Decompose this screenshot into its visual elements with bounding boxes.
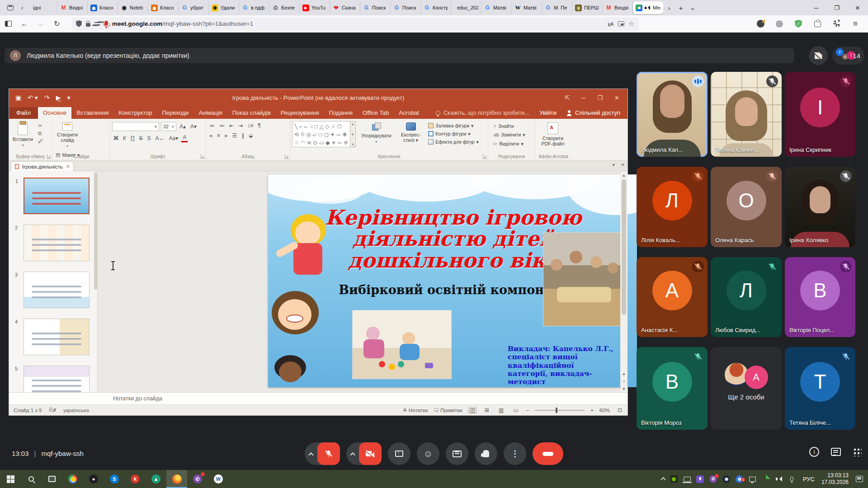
browser-tab[interactable]: educ_202 xyxy=(451,1,481,14)
line-spacing-icon[interactable]: ↕≡ xyxy=(246,122,255,129)
participant-tile[interactable]: ІІрина Скрипник xyxy=(785,72,855,157)
browser-tab[interactable]: MВходя xyxy=(603,1,633,14)
mic-app-tray-icon[interactable]: 🎙 xyxy=(696,475,704,483)
bold-icon[interactable]: Ж xyxy=(112,135,120,142)
browser-tab[interactable]: WМатві xyxy=(512,1,542,14)
ppt-tab-конструктор[interactable]: Конструктор xyxy=(113,107,157,119)
sign-in-button[interactable]: Увійти xyxy=(539,109,557,116)
extensions-grid-icon[interactable] xyxy=(829,18,844,30)
picture-in-picture-icon[interactable] xyxy=(618,21,624,26)
camera-toggle-button[interactable] xyxy=(359,442,382,465)
language-indicator[interactable]: українська xyxy=(63,408,89,413)
strikethrough-icon[interactable]: S xyxy=(138,135,144,142)
justify-icon[interactable]: ☰ xyxy=(231,132,239,139)
participant-tile[interactable]: ЛЛюбов Свирид... xyxy=(711,257,782,337)
reload-button[interactable]: ↻ xyxy=(50,18,64,30)
paste-button[interactable]: Вставити▾ xyxy=(11,121,35,150)
document-tab-close-icon[interactable]: ✕ xyxy=(66,164,70,169)
participant-tile[interactable]: ООлена Карась xyxy=(711,167,782,247)
forward-button[interactable]: → xyxy=(33,18,48,30)
browser-tab[interactable]: ❤Скача xyxy=(330,1,360,14)
reading-view-button[interactable]: ▥ xyxy=(497,407,505,414)
browser-tab[interactable]: Gв пдф xyxy=(239,1,269,14)
thumbnail-scrollbar[interactable] xyxy=(94,172,97,290)
participant-tile[interactable]: ТТетяна Біліче... xyxy=(785,347,855,430)
taskbar-app-blue[interactable]: S xyxy=(104,470,125,488)
activities-grid-icon[interactable] xyxy=(853,447,862,456)
tab-scroll-left-button[interactable]: ‹ xyxy=(17,4,27,11)
notification-center-icon[interactable] xyxy=(855,475,863,483)
translate-icon[interactable]: ꭓA xyxy=(608,21,613,27)
viber-tray-icon[interactable]: ✆ xyxy=(709,475,717,483)
align-left-icon[interactable]: ⫷ xyxy=(208,132,214,139)
zoom-level[interactable]: 60% xyxy=(599,408,610,413)
mic-off-options-chevron[interactable] xyxy=(305,452,317,455)
slide-scrollbar[interactable]: ▲ ▲ ▪ ▼ xyxy=(620,171,627,392)
network-tray-icon[interactable] xyxy=(749,475,757,483)
notes-toggle[interactable]: ≜ Нотатки xyxy=(403,407,428,413)
previous-slide-button[interactable]: ▲ xyxy=(622,371,626,376)
scrollbar-splitter[interactable]: ▪ xyxy=(623,379,624,384)
browser-tab[interactable]: Мее xyxy=(633,1,663,14)
bookmark-star-icon[interactable]: ☆ xyxy=(628,20,634,28)
tab-speaker-icon[interactable] xyxy=(645,5,651,10)
present-button[interactable] xyxy=(388,442,410,465)
copy-icon[interactable]: ⧉ xyxy=(38,131,43,136)
find-button[interactable]: ⌕Знайти xyxy=(494,123,525,129)
taskbar-app-red[interactable]: К xyxy=(125,470,146,488)
taskbar-clock[interactable]: 13:03:13 17.03.2026 xyxy=(821,472,849,486)
paragraph-dialog-launcher[interactable] xyxy=(285,155,289,159)
tracking-shield-icon[interactable] xyxy=(76,20,82,27)
ribbon-display-options-icon[interactable]: ⇱ xyxy=(565,94,570,101)
slide-canvas[interactable]: Керівництво ігровою діяльністю дітей дош… xyxy=(268,174,637,387)
raise-hand-button[interactable] xyxy=(475,442,497,465)
numbering-icon[interactable]: ≕ xyxy=(218,122,226,129)
language-indicator[interactable]: РУС xyxy=(803,476,815,483)
reactions-button[interactable]: ☺ xyxy=(417,442,439,465)
taskbar-app-green[interactable]: ▲ xyxy=(146,470,166,488)
shape-effects-button[interactable]: Ефекти для фігур ▾ xyxy=(428,139,479,145)
laptop-tray-icon[interactable] xyxy=(683,475,691,483)
columns-icon[interactable]: ∥ xyxy=(240,132,245,139)
shrink-font-icon[interactable]: A▾ xyxy=(189,123,198,130)
more-button[interactable]: ⋮ xyxy=(504,442,526,465)
scrollbar-thumb[interactable] xyxy=(622,179,626,315)
font-size-box[interactable]: 32▾ xyxy=(161,122,176,131)
browser-tab[interactable]: GМ. Пе xyxy=(542,1,572,14)
change-case-icon[interactable]: Aa▾ xyxy=(168,135,180,142)
ghostery-icon[interactable] xyxy=(753,18,768,30)
start-slideshow-icon[interactable]: ▶̲ xyxy=(56,94,61,101)
ppt-tab-переходи[interactable]: Переходи xyxy=(157,107,193,119)
browser-tab[interactable]: GПоиск xyxy=(360,1,391,14)
new-tab-button[interactable]: + xyxy=(675,4,687,12)
puzzle-extension-icon[interactable] xyxy=(810,18,825,30)
format-painter-icon[interactable]: 🖉 xyxy=(38,138,43,144)
browser-tab[interactable]: GПоиск xyxy=(391,1,421,14)
browser-tab[interactable]: ◉Noteb xyxy=(118,1,148,14)
taskbar-app-dark[interactable]: ● xyxy=(83,470,104,488)
text-direction-icon[interactable]: ¶ xyxy=(256,122,262,129)
participant-tile[interactable]: Ірина Холявко xyxy=(785,167,855,247)
zoom-slider[interactable] xyxy=(535,410,585,411)
ppt-tab-рецензування[interactable]: Рецензування xyxy=(276,107,324,119)
bullets-icon[interactable]: ≔ xyxy=(208,122,216,129)
scroll-up-icon[interactable]: ▲ xyxy=(620,171,627,178)
ppt-tab-файл[interactable]: Файл xyxy=(9,107,38,119)
shapes-gallery[interactable]: ╲ ⌐ ⌙ ○ □ △ ◇ ☆ ⬠ ⟲ ⟐ ◎ ▱ ⬭ ◻ ✦ ⇨ ❋ ☆ ◠ … xyxy=(292,121,350,147)
drawing-dialog-launcher[interactable] xyxy=(483,155,487,159)
slideshow-view-button[interactable]: ▭ xyxy=(511,407,520,414)
participant-tile[interactable]: ВВікторія Мороз xyxy=(637,347,708,430)
share-button[interactable]: Спільний доступ xyxy=(566,109,620,116)
customize-qat-icon[interactable]: ▾ xyxy=(67,94,70,101)
undo-icon[interactable]: ↶ ▾ xyxy=(28,94,38,101)
ppt-tab-office-tab[interactable]: Office Tab xyxy=(358,107,394,119)
menu-hamburger-icon[interactable]: ≡ xyxy=(848,18,863,30)
meeting-details-icon[interactable]: i xyxy=(809,447,819,457)
grow-font-icon[interactable]: A▴ xyxy=(178,123,187,130)
mic-toggle-button[interactable] xyxy=(317,442,340,465)
browser-tab[interactable]: ψПЕРШ xyxy=(572,1,603,14)
browser-tab[interactable]: Удали xyxy=(209,1,239,14)
decrease-indent-icon[interactable]: ⇤ xyxy=(228,122,235,129)
align-right-icon[interactable]: ⫸ xyxy=(223,132,229,139)
new-slide-button[interactable]: Створити слайд▾ xyxy=(54,121,80,150)
